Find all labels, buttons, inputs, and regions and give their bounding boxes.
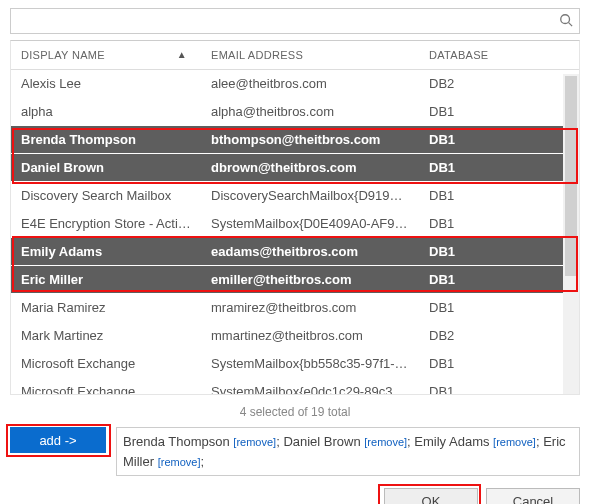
cell-email: SystemMailbox{e0dc1c29-89c3-4034… bbox=[201, 378, 419, 396]
cell-name: Emily Adams bbox=[11, 238, 201, 266]
table-row[interactable]: alphaalpha@theitbros.comDB1 bbox=[11, 98, 579, 126]
cell-name: Mark Martinez bbox=[11, 322, 201, 350]
cell-name: Maria Ramirez bbox=[11, 294, 201, 322]
cell-db: DB1 bbox=[419, 294, 579, 322]
col-database[interactable]: DATABASE bbox=[419, 41, 579, 70]
cell-email: SystemMailbox{bb558c35-97f1-4cb9-… bbox=[201, 350, 419, 378]
cell-db: DB1 bbox=[419, 378, 579, 396]
cell-name: Microsoft Exchange bbox=[11, 350, 201, 378]
col-display-name[interactable]: DISPLAY NAME ▲ bbox=[11, 41, 201, 70]
cell-name: Brenda Thompson bbox=[11, 126, 201, 154]
cell-db: DB2 bbox=[419, 70, 579, 98]
cancel-button[interactable]: Cancel bbox=[486, 488, 580, 504]
scrollbar-thumb[interactable] bbox=[565, 76, 577, 276]
remove-link[interactable]: [remove] bbox=[233, 436, 276, 448]
table-row[interactable]: Eric Milleremiller@theitbros.comDB1 bbox=[11, 266, 579, 294]
cell-email: emiller@theitbros.com bbox=[201, 266, 419, 294]
cell-email: dbrown@theitbros.com bbox=[201, 154, 419, 182]
cell-db: DB1 bbox=[419, 350, 579, 378]
table-row[interactable]: Daniel Browndbrown@theitbros.comDB1 bbox=[11, 154, 579, 182]
cell-name: Eric Miller bbox=[11, 266, 201, 294]
cell-name: Alexis Lee bbox=[11, 70, 201, 98]
selected-recipient: Emily Adams [remove] bbox=[414, 434, 536, 449]
cell-db: DB1 bbox=[419, 182, 579, 210]
cell-email: alee@theitbros.com bbox=[201, 70, 419, 98]
mailbox-table: DISPLAY NAME ▲ EMAIL ADDRESS DATABASE Al… bbox=[10, 40, 580, 395]
cell-db: DB1 bbox=[419, 238, 579, 266]
remove-link[interactable]: [remove] bbox=[364, 436, 407, 448]
cell-email: alpha@theitbros.com bbox=[201, 98, 419, 126]
table-row[interactable]: Discovery Search MailboxDiscoverySearchM… bbox=[11, 182, 579, 210]
ok-button[interactable]: OK bbox=[384, 488, 478, 504]
remove-link[interactable]: [remove] bbox=[493, 436, 536, 448]
table-row[interactable]: Brenda Thompsonbthompson@theitbros.comDB… bbox=[11, 126, 579, 154]
selected-recipient: Brenda Thompson [remove] bbox=[123, 434, 276, 449]
cell-name: Daniel Brown bbox=[11, 154, 201, 182]
cell-email: mmartinez@theitbros.com bbox=[201, 322, 419, 350]
scrollbar[interactable] bbox=[563, 74, 579, 394]
cell-db: DB1 bbox=[419, 210, 579, 238]
cell-name: alpha bbox=[11, 98, 201, 126]
svg-line-1 bbox=[569, 22, 573, 26]
cell-name: Discovery Search Mailbox bbox=[11, 182, 201, 210]
cell-email: mramirez@theitbros.com bbox=[201, 294, 419, 322]
search-input[interactable] bbox=[10, 8, 580, 34]
selected-recipient: Daniel Brown [remove] bbox=[283, 434, 407, 449]
cell-email: DiscoverySearchMailbox{D919BA05-… bbox=[201, 182, 419, 210]
svg-point-0 bbox=[561, 14, 570, 23]
table-row[interactable]: Alexis Leealee@theitbros.comDB2 bbox=[11, 70, 579, 98]
cell-db: DB1 bbox=[419, 154, 579, 182]
cell-db: DB1 bbox=[419, 98, 579, 126]
table-row[interactable]: Emily Adamseadams@theitbros.comDB1 bbox=[11, 238, 579, 266]
sort-asc-icon: ▲ bbox=[177, 49, 187, 60]
selected-recipients-box[interactable]: Brenda Thompson [remove]; Daniel Brown [… bbox=[116, 427, 580, 476]
cell-db: DB1 bbox=[419, 126, 579, 154]
selection-status: 4 selected of 19 total bbox=[10, 395, 580, 425]
cell-db: DB2 bbox=[419, 322, 579, 350]
table-row[interactable]: Mark Martinezmmartinez@theitbros.comDB2 bbox=[11, 322, 579, 350]
table-row[interactable]: Microsoft ExchangeSystemMailbox{bb558c35… bbox=[11, 350, 579, 378]
table-row[interactable]: E4E Encryption Store - Acti…SystemMailbo… bbox=[11, 210, 579, 238]
add-button[interactable]: add -> bbox=[10, 427, 106, 453]
cell-email: eadams@theitbros.com bbox=[201, 238, 419, 266]
cell-name: E4E Encryption Store - Acti… bbox=[11, 210, 201, 238]
cell-email: SystemMailbox{D0E409A0-AF9B-472… bbox=[201, 210, 419, 238]
search-icon bbox=[559, 13, 573, 30]
table-row[interactable]: Microsoft ExchangeSystemMailbox{e0dc1c29… bbox=[11, 378, 579, 396]
col-label: DISPLAY NAME bbox=[21, 49, 105, 61]
cell-name: Microsoft Exchange bbox=[11, 378, 201, 396]
cell-email: bthompson@theitbros.com bbox=[201, 126, 419, 154]
remove-link[interactable]: [remove] bbox=[158, 456, 201, 468]
table-row[interactable]: Maria Ramirezmramirez@theitbros.comDB1 bbox=[11, 294, 579, 322]
col-email[interactable]: EMAIL ADDRESS bbox=[201, 41, 419, 70]
cell-db: DB1 bbox=[419, 266, 579, 294]
